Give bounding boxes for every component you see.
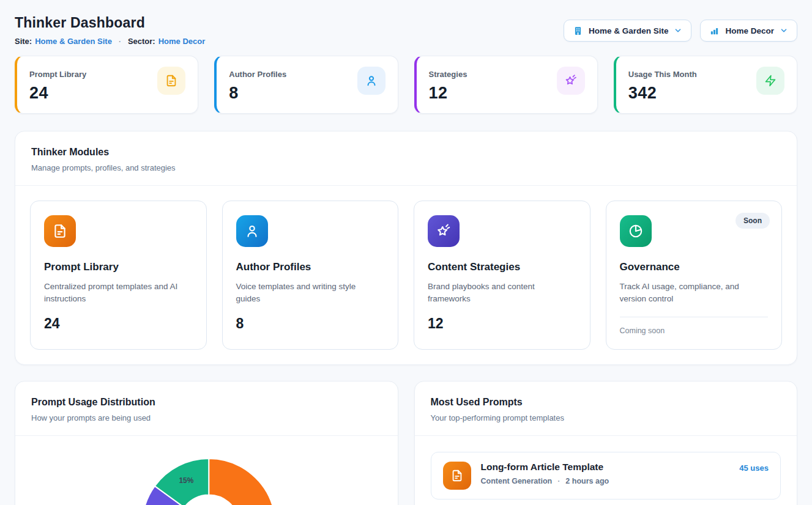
module-card-prompt-library[interactable]: Prompt Library Centralized prompt templa… bbox=[30, 201, 207, 350]
stat-label: Prompt Library bbox=[29, 70, 86, 79]
module-count: 12 bbox=[428, 315, 576, 332]
usage-card-header: Prompt Usage Distribution How your promp… bbox=[15, 382, 398, 436]
prompt-usage-card: Prompt Usage Distribution How your promp… bbox=[15, 381, 398, 505]
bottom-row: Prompt Usage Distribution How your promp… bbox=[15, 381, 797, 505]
stat-label: Strategies bbox=[429, 70, 467, 79]
most-used-prompts-card: Most Used Prompts Your top-performing pr… bbox=[414, 381, 798, 505]
prompt-item-text: Long-form Article Template Content Gener… bbox=[481, 462, 609, 490]
module-description: Voice templates and writing style guides bbox=[236, 281, 378, 306]
donut-chart-svg: 45%25%15%15% bbox=[15, 436, 398, 505]
stat-value: 24 bbox=[29, 84, 86, 103]
module-description: Brand playbooks and content frameworks bbox=[428, 281, 570, 306]
prompts-subtitle: Your top-performing prompt templates bbox=[431, 413, 781, 422]
prompts-card-header: Most Used Prompts Your top-performing pr… bbox=[415, 382, 797, 436]
prompts-title: Most Used Prompts bbox=[431, 397, 781, 408]
module-footer: Coming soon bbox=[620, 317, 769, 335]
module-title: Prompt Library bbox=[44, 261, 193, 273]
sector-selector-label: Home Decor bbox=[725, 26, 774, 35]
chevron-down-icon bbox=[674, 26, 682, 35]
donut-slice bbox=[209, 459, 275, 505]
sparkle-star-icon bbox=[557, 67, 585, 95]
bar-chart-icon bbox=[709, 26, 720, 36]
donut-chart: 45%25%15%15% bbox=[15, 436, 398, 505]
stat-value: 8 bbox=[229, 84, 286, 103]
donut-slice-label: 15% bbox=[179, 476, 193, 484]
stat-label: Author Profiles bbox=[229, 70, 286, 79]
thinker-modules-panel: Thinker Modules Manage prompts, profiles… bbox=[15, 131, 797, 365]
top-bar: Thinker Dashboard Site: Home & Garden Si… bbox=[15, 15, 797, 46]
prompt-item-meta: Content Generation · 2 hours ago bbox=[481, 477, 609, 485]
meta-separator-dot: · bbox=[557, 477, 560, 485]
modules-title: Thinker Modules bbox=[31, 147, 781, 158]
soon-badge: Soon bbox=[736, 213, 770, 229]
module-card-governance[interactable]: Soon Governance Track AI usage, complian… bbox=[606, 201, 783, 350]
module-count: 24 bbox=[44, 315, 193, 332]
site-selector-label: Home & Garden Site bbox=[589, 26, 669, 35]
usage-title: Prompt Usage Distribution bbox=[31, 397, 382, 408]
stat-value: 12 bbox=[429, 84, 467, 103]
modules-panel-header: Thinker Modules Manage prompts, profiles… bbox=[15, 131, 797, 186]
stat-card-strategies: Strategies 12 bbox=[414, 56, 598, 114]
stat-card-author-profiles: Author Profiles 8 bbox=[214, 56, 398, 114]
modules-subtitle: Manage prompts, profiles, and strategies bbox=[31, 163, 781, 172]
stat-label: Usage This Month bbox=[628, 70, 697, 79]
module-count: 8 bbox=[236, 315, 385, 332]
site-sector-breadcrumb: Site: Home & Garden Site · Sector: Home … bbox=[15, 37, 205, 46]
document-icon bbox=[157, 67, 185, 95]
sector-label: Sector: bbox=[128, 37, 155, 46]
stat-cards-row: Prompt Library 24 Author Profiles 8 bbox=[15, 56, 797, 114]
meta-separator-dot: · bbox=[119, 37, 121, 46]
prompt-item-title: Long-form Article Template bbox=[481, 462, 609, 473]
page-title: Thinker Dashboard bbox=[15, 15, 205, 31]
chevron-down-icon bbox=[780, 26, 788, 35]
dashboard-page: Thinker Dashboard Site: Home & Garden Si… bbox=[0, 0, 812, 505]
document-icon bbox=[44, 215, 76, 247]
module-description: Centralized prompt templates and AI inst… bbox=[44, 281, 186, 306]
module-card-author-profiles[interactable]: Author Profiles Voice templates and writ… bbox=[222, 201, 399, 350]
module-title: Content Strategies bbox=[428, 261, 576, 273]
site-selector-button[interactable]: Home & Garden Site bbox=[564, 20, 692, 42]
sector-selector-button[interactable]: Home Decor bbox=[700, 20, 797, 42]
prompt-list-item[interactable]: Long-form Article Template Content Gener… bbox=[431, 452, 781, 499]
user-icon bbox=[357, 67, 386, 95]
user-icon bbox=[236, 215, 268, 247]
building-icon bbox=[573, 26, 583, 36]
header-left: Thinker Dashboard Site: Home & Garden Si… bbox=[15, 15, 205, 46]
module-title: Author Profiles bbox=[236, 261, 385, 273]
lightning-icon bbox=[756, 67, 784, 95]
stat-card-usage: Usage This Month 342 bbox=[614, 56, 797, 114]
stat-value: 342 bbox=[628, 84, 697, 103]
pie-chart-icon bbox=[620, 215, 652, 247]
site-link[interactable]: Home & Garden Site bbox=[35, 37, 112, 46]
sparkle-star-icon bbox=[428, 215, 460, 247]
prompt-item-time: 2 hours ago bbox=[565, 477, 609, 485]
prompt-item-category: Content Generation bbox=[481, 477, 553, 485]
module-description: Track AI usage, compliance, and version … bbox=[620, 281, 762, 306]
stat-card-prompt-library: Prompt Library 24 bbox=[15, 56, 198, 114]
header-selectors: Home & Garden Site Home Decor bbox=[564, 20, 797, 42]
modules-grid: Prompt Library Centralized prompt templa… bbox=[15, 186, 797, 364]
module-card-content-strategies[interactable]: Content Strategies Brand playbooks and c… bbox=[414, 201, 590, 350]
site-label: Site: bbox=[15, 37, 32, 46]
usage-subtitle: How your prompts are being used bbox=[31, 413, 382, 422]
prompt-item-uses: 45 uses bbox=[739, 462, 769, 490]
sector-link[interactable]: Home Decor bbox=[158, 37, 206, 46]
module-title: Governance bbox=[620, 261, 769, 273]
document-icon bbox=[443, 462, 471, 490]
prompts-list: Long-form Article Template Content Gener… bbox=[415, 436, 797, 505]
